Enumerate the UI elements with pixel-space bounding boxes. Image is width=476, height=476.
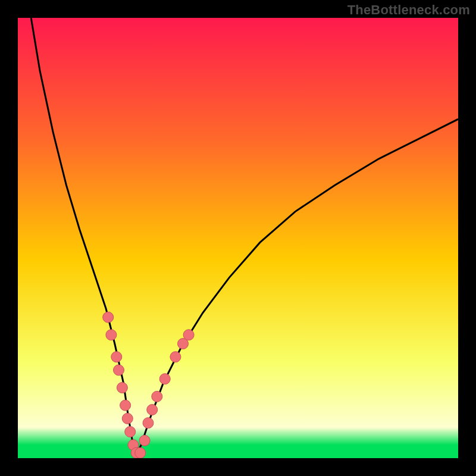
data-point	[120, 400, 131, 411]
watermark-text: TheBottleneck.com	[347, 2, 470, 18]
chart-frame: TheBottleneck.com	[0, 0, 476, 476]
data-point	[122, 413, 133, 424]
data-point	[170, 352, 181, 362]
data-point	[152, 391, 162, 402]
data-point	[114, 365, 124, 375]
data-point	[125, 427, 136, 437]
data-point	[135, 447, 146, 458]
data-point	[103, 312, 114, 322]
data-point	[117, 383, 127, 393]
data-point	[147, 405, 158, 415]
data-point	[106, 330, 117, 340]
data-point	[183, 330, 194, 340]
chart-svg	[18, 18, 458, 458]
data-point	[159, 374, 170, 384]
data-point	[139, 435, 150, 446]
plot-area	[18, 18, 458, 458]
data-point	[143, 418, 154, 428]
gradient-background	[18, 18, 458, 458]
data-point	[111, 352, 122, 362]
